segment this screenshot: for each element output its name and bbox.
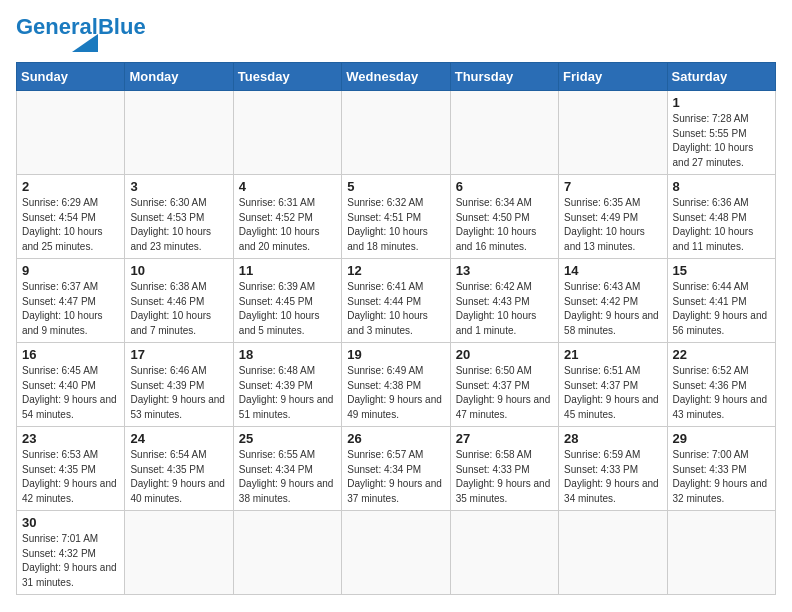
calendar-day-cell: 3Sunrise: 6:30 AM Sunset: 4:53 PM Daylig… <box>125 175 233 259</box>
day-info: Sunrise: 6:59 AM Sunset: 4:33 PM Dayligh… <box>564 448 661 506</box>
calendar-day-cell: 21Sunrise: 6:51 AM Sunset: 4:37 PM Dayli… <box>559 343 667 427</box>
day-number: 26 <box>347 431 444 446</box>
calendar-day-cell <box>559 511 667 595</box>
calendar-day-cell: 2Sunrise: 6:29 AM Sunset: 4:54 PM Daylig… <box>17 175 125 259</box>
day-info: Sunrise: 6:54 AM Sunset: 4:35 PM Dayligh… <box>130 448 227 506</box>
calendar-week-row: 9Sunrise: 6:37 AM Sunset: 4:47 PM Daylig… <box>17 259 776 343</box>
calendar-week-row: 23Sunrise: 6:53 AM Sunset: 4:35 PM Dayli… <box>17 427 776 511</box>
day-number: 17 <box>130 347 227 362</box>
calendar-day-cell: 4Sunrise: 6:31 AM Sunset: 4:52 PM Daylig… <box>233 175 341 259</box>
calendar-table: SundayMondayTuesdayWednesdayThursdayFrid… <box>16 62 776 595</box>
day-number: 23 <box>22 431 119 446</box>
day-info: Sunrise: 6:48 AM Sunset: 4:39 PM Dayligh… <box>239 364 336 422</box>
day-number: 24 <box>130 431 227 446</box>
day-info: Sunrise: 6:37 AM Sunset: 4:47 PM Dayligh… <box>22 280 119 338</box>
day-info: Sunrise: 6:58 AM Sunset: 4:33 PM Dayligh… <box>456 448 553 506</box>
calendar-day-cell <box>125 511 233 595</box>
calendar-header-wednesday: Wednesday <box>342 63 450 91</box>
calendar-day-cell: 6Sunrise: 6:34 AM Sunset: 4:50 PM Daylig… <box>450 175 558 259</box>
day-info: Sunrise: 6:30 AM Sunset: 4:53 PM Dayligh… <box>130 196 227 254</box>
day-info: Sunrise: 7:01 AM Sunset: 4:32 PM Dayligh… <box>22 532 119 590</box>
calendar-day-cell <box>125 91 233 175</box>
day-info: Sunrise: 6:46 AM Sunset: 4:39 PM Dayligh… <box>130 364 227 422</box>
day-number: 11 <box>239 263 336 278</box>
day-number: 20 <box>456 347 553 362</box>
logo-triangle-icon <box>72 34 98 52</box>
svg-marker-0 <box>72 34 98 52</box>
calendar-day-cell <box>667 511 775 595</box>
day-info: Sunrise: 6:43 AM Sunset: 4:42 PM Dayligh… <box>564 280 661 338</box>
calendar-day-cell: 22Sunrise: 6:52 AM Sunset: 4:36 PM Dayli… <box>667 343 775 427</box>
calendar-day-cell: 5Sunrise: 6:32 AM Sunset: 4:51 PM Daylig… <box>342 175 450 259</box>
day-number: 4 <box>239 179 336 194</box>
calendar-week-row: 2Sunrise: 6:29 AM Sunset: 4:54 PM Daylig… <box>17 175 776 259</box>
logo: GeneralBlue <box>16 16 146 52</box>
calendar-day-cell: 7Sunrise: 6:35 AM Sunset: 4:49 PM Daylig… <box>559 175 667 259</box>
day-info: Sunrise: 6:34 AM Sunset: 4:50 PM Dayligh… <box>456 196 553 254</box>
day-info: Sunrise: 6:51 AM Sunset: 4:37 PM Dayligh… <box>564 364 661 422</box>
calendar-day-cell: 29Sunrise: 7:00 AM Sunset: 4:33 PM Dayli… <box>667 427 775 511</box>
day-number: 27 <box>456 431 553 446</box>
day-number: 25 <box>239 431 336 446</box>
day-number: 10 <box>130 263 227 278</box>
day-info: Sunrise: 6:57 AM Sunset: 4:34 PM Dayligh… <box>347 448 444 506</box>
calendar-day-cell <box>17 91 125 175</box>
day-info: Sunrise: 6:35 AM Sunset: 4:49 PM Dayligh… <box>564 196 661 254</box>
day-number: 18 <box>239 347 336 362</box>
day-info: Sunrise: 6:36 AM Sunset: 4:48 PM Dayligh… <box>673 196 770 254</box>
calendar-day-cell <box>233 511 341 595</box>
day-info: Sunrise: 7:00 AM Sunset: 4:33 PM Dayligh… <box>673 448 770 506</box>
day-info: Sunrise: 6:31 AM Sunset: 4:52 PM Dayligh… <box>239 196 336 254</box>
day-number: 1 <box>673 95 770 110</box>
day-info: Sunrise: 6:45 AM Sunset: 4:40 PM Dayligh… <box>22 364 119 422</box>
day-number: 3 <box>130 179 227 194</box>
day-number: 12 <box>347 263 444 278</box>
calendar-day-cell: 15Sunrise: 6:44 AM Sunset: 4:41 PM Dayli… <box>667 259 775 343</box>
day-info: Sunrise: 6:29 AM Sunset: 4:54 PM Dayligh… <box>22 196 119 254</box>
day-number: 29 <box>673 431 770 446</box>
calendar-day-cell: 27Sunrise: 6:58 AM Sunset: 4:33 PM Dayli… <box>450 427 558 511</box>
calendar-day-cell: 14Sunrise: 6:43 AM Sunset: 4:42 PM Dayli… <box>559 259 667 343</box>
logo-blue: Blue <box>98 14 146 39</box>
page-header: GeneralBlue <box>16 16 776 52</box>
calendar-week-row: 30Sunrise: 7:01 AM Sunset: 4:32 PM Dayli… <box>17 511 776 595</box>
day-number: 13 <box>456 263 553 278</box>
day-number: 15 <box>673 263 770 278</box>
day-info: Sunrise: 6:53 AM Sunset: 4:35 PM Dayligh… <box>22 448 119 506</box>
calendar-day-cell: 12Sunrise: 6:41 AM Sunset: 4:44 PM Dayli… <box>342 259 450 343</box>
day-info: Sunrise: 6:52 AM Sunset: 4:36 PM Dayligh… <box>673 364 770 422</box>
calendar-day-cell <box>450 91 558 175</box>
calendar-day-cell: 1Sunrise: 7:28 AM Sunset: 5:55 PM Daylig… <box>667 91 775 175</box>
calendar-day-cell: 11Sunrise: 6:39 AM Sunset: 4:45 PM Dayli… <box>233 259 341 343</box>
calendar-header-saturday: Saturday <box>667 63 775 91</box>
day-info: Sunrise: 7:28 AM Sunset: 5:55 PM Dayligh… <box>673 112 770 170</box>
day-info: Sunrise: 6:55 AM Sunset: 4:34 PM Dayligh… <box>239 448 336 506</box>
day-number: 16 <box>22 347 119 362</box>
calendar-day-cell: 28Sunrise: 6:59 AM Sunset: 4:33 PM Dayli… <box>559 427 667 511</box>
day-number: 9 <box>22 263 119 278</box>
day-info: Sunrise: 6:44 AM Sunset: 4:41 PM Dayligh… <box>673 280 770 338</box>
calendar-header-tuesday: Tuesday <box>233 63 341 91</box>
calendar-day-cell: 17Sunrise: 6:46 AM Sunset: 4:39 PM Dayli… <box>125 343 233 427</box>
calendar-day-cell: 19Sunrise: 6:49 AM Sunset: 4:38 PM Dayli… <box>342 343 450 427</box>
day-number: 28 <box>564 431 661 446</box>
calendar-header-thursday: Thursday <box>450 63 558 91</box>
day-info: Sunrise: 6:41 AM Sunset: 4:44 PM Dayligh… <box>347 280 444 338</box>
calendar-day-cell: 9Sunrise: 6:37 AM Sunset: 4:47 PM Daylig… <box>17 259 125 343</box>
day-number: 6 <box>456 179 553 194</box>
day-number: 8 <box>673 179 770 194</box>
calendar-header-sunday: Sunday <box>17 63 125 91</box>
calendar-day-cell <box>342 511 450 595</box>
calendar-day-cell <box>233 91 341 175</box>
calendar-day-cell <box>450 511 558 595</box>
calendar-day-cell: 26Sunrise: 6:57 AM Sunset: 4:34 PM Dayli… <box>342 427 450 511</box>
day-number: 5 <box>347 179 444 194</box>
calendar-day-cell: 23Sunrise: 6:53 AM Sunset: 4:35 PM Dayli… <box>17 427 125 511</box>
calendar-day-cell <box>342 91 450 175</box>
day-number: 19 <box>347 347 444 362</box>
day-number: 2 <box>22 179 119 194</box>
calendar-day-cell: 13Sunrise: 6:42 AM Sunset: 4:43 PM Dayli… <box>450 259 558 343</box>
calendar-header-friday: Friday <box>559 63 667 91</box>
day-number: 22 <box>673 347 770 362</box>
calendar-day-cell: 25Sunrise: 6:55 AM Sunset: 4:34 PM Dayli… <box>233 427 341 511</box>
